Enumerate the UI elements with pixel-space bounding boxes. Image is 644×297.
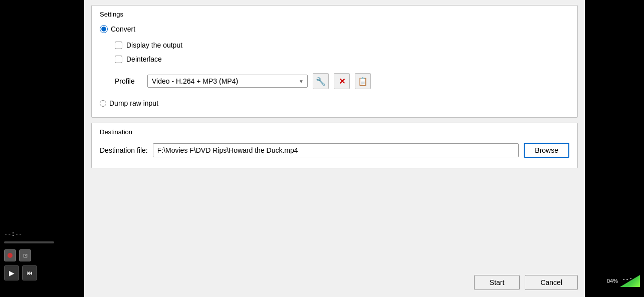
skip-back-icon: ⏮	[27, 269, 33, 276]
browse-button[interactable]: Browse	[524, 143, 569, 158]
left-time-display: --:--	[4, 230, 22, 237]
record-button[interactable]	[4, 249, 16, 261]
display-output-row: Display the output	[115, 41, 569, 49]
destination-title: Destination	[100, 128, 569, 136]
wrench-icon: 🔧	[316, 77, 326, 86]
settings-title: Settings	[100, 11, 569, 18]
skip-back-button[interactable]: ⏮	[22, 265, 37, 280]
convert-label: Convert	[111, 25, 135, 33]
display-output-checkbox[interactable]	[115, 42, 122, 49]
destination-row: Destination file: Browse	[100, 143, 569, 158]
copy-icon: 📋	[358, 77, 368, 86]
progress-text: 04%	[607, 278, 618, 284]
progress-bar: 04%	[607, 275, 640, 287]
settings-group: Settings Convert Display the output Dein…	[91, 5, 578, 118]
cancel-button[interactable]: Cancel	[525, 275, 578, 290]
profile-row: Profile Video - H.264 + MP3 (MP4) Video …	[115, 73, 569, 89]
deinterlace-label: Deinterlace	[126, 55, 162, 63]
left-slider-track[interactable]	[4, 241, 54, 243]
convert-radio[interactable]	[100, 25, 108, 33]
left-panel: --:-- ⊡ ▶ ⏮	[0, 0, 84, 297]
play-button[interactable]: ▶	[4, 265, 19, 280]
left-control-row: ⊡	[4, 249, 31, 261]
main-dialog: Settings Convert Display the output Dein…	[84, 0, 585, 297]
snapshot-icon: ⊡	[23, 252, 28, 259]
checkbox-section: Display the output Deinterlace	[115, 41, 569, 63]
destination-group: Destination Destination file: Browse	[91, 123, 578, 168]
deinterlace-row: Deinterlace	[115, 55, 569, 63]
dump-raw-row: Dump raw input	[100, 99, 569, 107]
record-icon	[8, 253, 13, 258]
x-red-icon: ✕	[339, 77, 345, 86]
playback-control-row: ▶ ⏮	[4, 265, 37, 280]
convert-radio-row: Convert	[100, 25, 569, 33]
right-panel: --:-- 04%	[585, 0, 644, 297]
snapshot-button[interactable]: ⊡	[19, 249, 31, 261]
profile-select[interactable]: Video - H.264 + MP3 (MP4) Video - H.265 …	[147, 75, 308, 88]
dest-file-input[interactable]	[153, 143, 519, 157]
profile-select-wrapper: Video - H.264 + MP3 (MP4) Video - H.265 …	[147, 75, 308, 88]
dest-file-label: Destination file:	[100, 146, 148, 154]
profile-label: Profile	[115, 77, 142, 85]
profile-copy-button[interactable]: 📋	[355, 73, 371, 89]
bottom-bar: Start Cancel	[84, 268, 585, 297]
profile-delete-button[interactable]: ✕	[334, 73, 350, 89]
start-button[interactable]: Start	[474, 275, 520, 290]
play-icon: ▶	[9, 269, 15, 277]
dump-raw-radio[interactable]	[100, 100, 106, 107]
deinterlace-checkbox[interactable]	[115, 56, 122, 63]
progress-green-indicator	[620, 275, 640, 287]
dump-raw-label: Dump raw input	[109, 99, 158, 107]
profile-edit-button[interactable]: 🔧	[313, 73, 329, 89]
display-output-label: Display the output	[126, 41, 182, 49]
